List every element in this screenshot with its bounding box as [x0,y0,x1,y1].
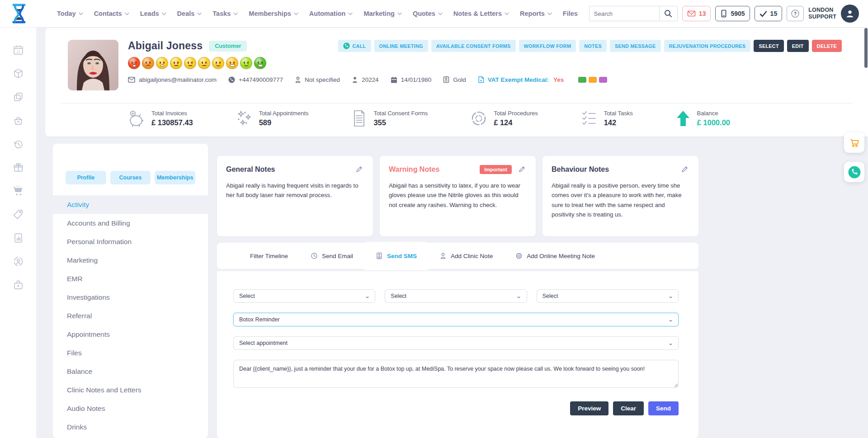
search-input[interactable] [590,10,659,17]
sidebar-item-accounts-billing[interactable]: Accounts and Billing [53,214,208,232]
sidebar-item-investigations[interactable]: Investigations [53,288,208,306]
sidebar-item-audio-notes[interactable]: Audio Notes [53,399,208,418]
emoji-mouth [146,65,151,67]
emoji-face[interactable] [198,57,210,69]
sidebar-item-marketing[interactable]: Marketing [53,251,208,269]
tab-send-email[interactable]: Send Email [299,243,364,269]
vat-exempt-status: VAT Exempt Medical:Yes [478,76,564,83]
search-button[interactable] [659,6,677,21]
edit-button[interactable]: EDIT [787,40,809,52]
nav-item-leads[interactable]: Leads [140,10,166,17]
tab-filter-timeline[interactable]: Filter Timeline [239,243,299,269]
basket-icon[interactable] [13,115,24,126]
nav-item-tasks[interactable]: Tasks [212,10,238,17]
online-meeting-button[interactable]: ONLINE MEETING [374,40,428,52]
sidebar-item-drinks[interactable]: Drinks [53,418,208,436]
emoji-face[interactable] [156,57,168,69]
gift-icon[interactable] [13,162,24,173]
account-sync-icon[interactable] [13,256,24,267]
clear-button[interactable]: Clear [613,401,644,415]
nav-item-marketing[interactable]: Marketing [363,10,402,17]
nav-item-files[interactable]: Files [563,10,578,17]
edit-general-notes-button[interactable] [354,165,364,174]
behaviour-notes-title: Behaviour Notes [552,165,609,174]
preview-button[interactable]: Preview [570,401,609,415]
help-button[interactable]: ? [787,6,804,21]
reports-chart-icon[interactable] [13,232,24,244]
emoji-eye [135,61,137,64]
tab-send-sms[interactable]: Send SMS [364,242,428,270]
tab-memberships[interactable]: Memberships [155,171,195,184]
rejuvenation-procedures-button[interactable]: REJUVENATION PROCEDURES [664,40,751,52]
person-icon [845,9,855,19]
nav-item-contacts[interactable]: Contacts [94,10,129,17]
sidebar-item-clinic-notes-letters[interactable]: Clinic Notes and Letters [53,381,208,399]
delete-button[interactable]: DELETE [812,40,842,52]
nav-item-quotes[interactable]: Quotes [413,10,443,17]
price-tag-icon[interactable] [13,209,24,220]
emoji-eye [163,61,165,64]
sidebar-item-activity[interactable]: Activity [53,195,208,214]
sms-select-2[interactable]: Select⌄ [385,289,527,303]
mail-count: 13 [699,10,706,17]
history-icon[interactable] [13,138,24,150]
page-scrollbar-thumb[interactable] [864,28,868,68]
edit-behaviour-notes-button[interactable] [680,165,689,174]
emoji-face[interactable] [128,57,140,69]
app-logo[interactable] [11,3,27,24]
emoji-face[interactable] [170,57,182,69]
nav-item-label: Leads [140,10,159,17]
sidebar-item-files[interactable]: Files [53,344,208,362]
emoji-face[interactable] [142,57,154,69]
available-consent-forms-button[interactable]: AVAILABLE CONSENT FORMS [431,40,516,52]
stat-total-invoices: Total Invoices£ 130857.43 [127,109,193,127]
notes-button[interactable]: NOTES [579,40,607,52]
sidebar-item-personal-information[interactable]: Personal Information [53,232,208,251]
emoji-face[interactable] [226,57,238,69]
emoji-face[interactable] [184,57,196,69]
phone-notifications-badge[interactable]: 5905 [715,6,750,21]
floating-cart-button[interactable] [844,132,864,153]
emoji-face[interactable] [240,57,252,69]
tab-courses[interactable]: Courses [110,171,151,184]
tab-add-clinic-note[interactable]: Add Clinic Note [428,243,504,269]
nav-item-automation[interactable]: Automation [309,10,353,17]
chevron-down-icon: ⌄ [668,340,673,346]
tab-profile[interactable]: Profile [66,171,106,184]
sidebar-item-emr[interactable]: EMR [53,269,208,288]
emoji-face[interactable] [254,57,266,69]
sms-message-textarea[interactable]: Dear {{client_name}}, just a reminder th… [233,360,679,388]
tasks-done-badge[interactable]: 15 [755,6,783,21]
calendar-icon[interactable]: 12 [13,44,24,56]
color-tag[interactable] [599,77,607,83]
edit-warning-notes-button[interactable] [517,165,527,174]
color-tag[interactable] [589,77,597,83]
tab-add-online-meeting-note[interactable]: Add Online Meeting Note [504,243,606,269]
floating-whatsapp-button[interactable] [844,162,864,182]
sidebar-item-appointments[interactable]: Appointments [53,325,208,344]
nav-item-memberships[interactable]: Memberships [249,10,298,17]
emoji-face[interactable] [212,57,224,69]
workflow-form-button[interactable]: WORKFLOW FORM [519,40,576,52]
select-button[interactable]: SELECT [754,40,783,52]
send-message-button[interactable]: SEND MESSAGE [610,40,661,52]
color-tag[interactable] [578,77,586,83]
products-cube-icon[interactable] [13,68,24,79]
sidebar-item-referral[interactable]: Referral [53,306,208,325]
user-avatar[interactable] [841,5,859,23]
sidebar-item-balance[interactable]: Balance [53,362,208,381]
mail-notifications-badge[interactable]: 13 [682,6,711,21]
call-button[interactable]: CALL [338,40,371,52]
sms-template-select[interactable]: Botox Reminder⌄ [233,313,679,326]
pages-copy-icon[interactable] [13,91,24,103]
sms-select-1[interactable]: Select⌄ [233,289,375,303]
appointment-select[interactable]: Select appointment⌄ [233,336,679,350]
nav-item-reports[interactable]: Reports [520,10,552,17]
case-lock-icon[interactable] [13,279,24,291]
nav-item-notes-letters[interactable]: Notes & Letters [453,10,509,17]
nav-item-today[interactable]: Today [57,10,83,17]
cart-icon[interactable] [13,185,24,197]
nav-item-deals[interactable]: Deals [177,10,202,17]
send-button[interactable]: Send [648,401,679,415]
sms-select-3[interactable]: Select⌄ [537,289,679,303]
